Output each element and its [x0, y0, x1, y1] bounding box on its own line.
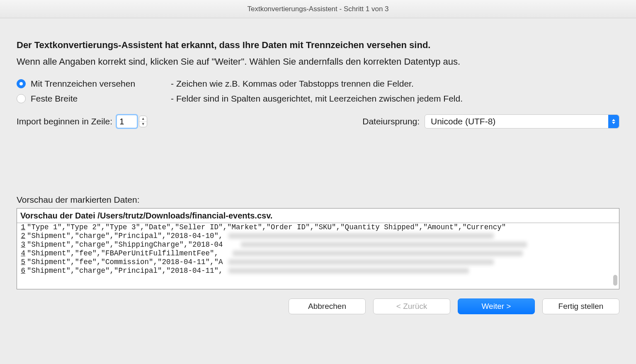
wizard-footer: Abbrechen < Zurück Weiter > Fertig stell… — [0, 289, 636, 314]
radio-fixed-desc: Felder sind in Spalten ausgerichtet, mit… — [176, 94, 463, 104]
next-button[interactable]: Weiter > — [458, 298, 535, 314]
radio-delimited-desc: Zeichen wie z.B. Kommas oder Tabstopps t… — [176, 79, 414, 89]
start-row-stepper[interactable]: ▲ ▼ — [139, 116, 147, 127]
finish-button[interactable]: Fertig stellen — [542, 298, 619, 314]
file-origin-select[interactable]: Unicode (UTF-8) — [425, 114, 619, 129]
file-origin-value: Unicode (UTF-8) — [431, 116, 495, 126]
start-row-label: Import beginnen in Zeile: — [17, 116, 112, 126]
preview-section-label: Vorschau der markierten Daten: — [17, 195, 619, 205]
separator-dash: - — [171, 94, 174, 104]
cancel-button[interactable]: Abbrechen — [289, 298, 366, 314]
back-button: < Zurück — [373, 298, 450, 314]
preview-box: Vorschau der Datei /Users/trutz/Download… — [17, 208, 619, 289]
preview-line: 1"Type 1","Type 2","Type 3","Date","Sell… — [17, 223, 619, 232]
window-titlebar: Textkonvertierungs-Assistent - Schritt 1… — [0, 0, 636, 18]
preview-scrollbar[interactable] — [613, 275, 617, 286]
file-origin-label: Dateiursprung: — [362, 116, 420, 126]
radio-delimited-label: Mit Trennzeichen versehen — [31, 79, 168, 89]
radio-delimited[interactable] — [17, 79, 26, 88]
wizard-heading: Der Textkonvertierungs-Assistent hat erk… — [17, 40, 619, 51]
radio-row-fixed[interactable]: Feste Breite - Felder sind in Spalten au… — [17, 94, 619, 104]
preview-file-title: Vorschau der Datei /Users/trutz/Download… — [17, 209, 619, 223]
redacted-region — [224, 232, 612, 275]
window-title: Textkonvertierungs-Assistent - Schritt 1… — [247, 5, 388, 13]
radio-fixed[interactable] — [17, 94, 26, 103]
chevron-down-icon[interactable]: ▼ — [139, 122, 147, 127]
select-arrows-icon[interactable] — [608, 115, 619, 128]
chevron-up-icon[interactable]: ▲ — [139, 116, 147, 122]
separator-dash: - — [171, 79, 174, 89]
preview-lines: 1"Type 1","Type 2","Type 3","Date","Sell… — [17, 223, 619, 275]
wizard-subheading: Wenn alle Angaben korrekt sind, klicken … — [17, 56, 619, 67]
start-row-input[interactable] — [117, 115, 137, 128]
radio-fixed-label: Feste Breite — [31, 94, 168, 104]
radio-row-delimited[interactable]: Mit Trennzeichen versehen - Zeichen wie … — [17, 79, 619, 89]
